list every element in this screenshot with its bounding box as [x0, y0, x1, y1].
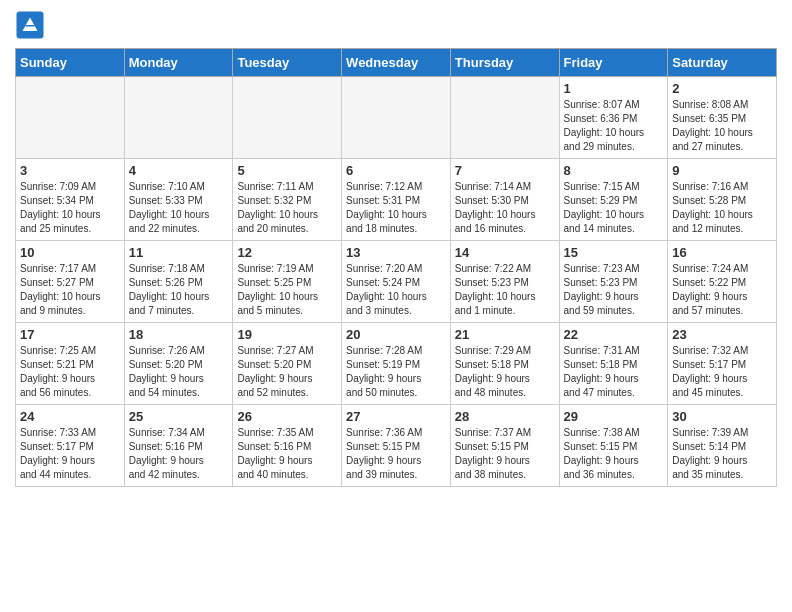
day-header-saturday: Saturday	[668, 49, 777, 77]
calendar-cell: 4Sunrise: 7:10 AM Sunset: 5:33 PM Daylig…	[124, 159, 233, 241]
day-info: Sunrise: 7:26 AM Sunset: 5:20 PM Dayligh…	[129, 344, 229, 400]
day-info: Sunrise: 8:07 AM Sunset: 6:36 PM Dayligh…	[564, 98, 664, 154]
day-info: Sunrise: 7:16 AM Sunset: 5:28 PM Dayligh…	[672, 180, 772, 236]
calendar-cell: 20Sunrise: 7:28 AM Sunset: 5:19 PM Dayli…	[342, 323, 451, 405]
day-info: Sunrise: 7:15 AM Sunset: 5:29 PM Dayligh…	[564, 180, 664, 236]
calendar-cell: 16Sunrise: 7:24 AM Sunset: 5:22 PM Dayli…	[668, 241, 777, 323]
day-info: Sunrise: 7:24 AM Sunset: 5:22 PM Dayligh…	[672, 262, 772, 318]
day-info: Sunrise: 7:11 AM Sunset: 5:32 PM Dayligh…	[237, 180, 337, 236]
day-number: 19	[237, 327, 337, 342]
calendar-cell: 8Sunrise: 7:15 AM Sunset: 5:29 PM Daylig…	[559, 159, 668, 241]
day-number: 18	[129, 327, 229, 342]
day-header-tuesday: Tuesday	[233, 49, 342, 77]
day-info: Sunrise: 7:34 AM Sunset: 5:16 PM Dayligh…	[129, 426, 229, 482]
day-info: Sunrise: 7:20 AM Sunset: 5:24 PM Dayligh…	[346, 262, 446, 318]
day-info: Sunrise: 7:32 AM Sunset: 5:17 PM Dayligh…	[672, 344, 772, 400]
day-info: Sunrise: 7:09 AM Sunset: 5:34 PM Dayligh…	[20, 180, 120, 236]
day-number: 27	[346, 409, 446, 424]
day-number: 3	[20, 163, 120, 178]
day-info: Sunrise: 7:18 AM Sunset: 5:26 PM Dayligh…	[129, 262, 229, 318]
day-number: 24	[20, 409, 120, 424]
day-info: Sunrise: 7:22 AM Sunset: 5:23 PM Dayligh…	[455, 262, 555, 318]
day-header-thursday: Thursday	[450, 49, 559, 77]
calendar-cell: 3Sunrise: 7:09 AM Sunset: 5:34 PM Daylig…	[16, 159, 125, 241]
day-number: 22	[564, 327, 664, 342]
calendar-cell: 14Sunrise: 7:22 AM Sunset: 5:23 PM Dayli…	[450, 241, 559, 323]
calendar-cell: 2Sunrise: 8:08 AM Sunset: 6:35 PM Daylig…	[668, 77, 777, 159]
day-number: 20	[346, 327, 446, 342]
calendar-cell: 10Sunrise: 7:17 AM Sunset: 5:27 PM Dayli…	[16, 241, 125, 323]
day-number: 23	[672, 327, 772, 342]
day-number: 11	[129, 245, 229, 260]
day-number: 26	[237, 409, 337, 424]
page-header	[15, 10, 777, 40]
day-header-sunday: Sunday	[16, 49, 125, 77]
day-number: 28	[455, 409, 555, 424]
day-number: 16	[672, 245, 772, 260]
calendar-cell: 25Sunrise: 7:34 AM Sunset: 5:16 PM Dayli…	[124, 405, 233, 487]
calendar-cell	[233, 77, 342, 159]
day-info: Sunrise: 7:10 AM Sunset: 5:33 PM Dayligh…	[129, 180, 229, 236]
day-number: 7	[455, 163, 555, 178]
day-info: Sunrise: 7:23 AM Sunset: 5:23 PM Dayligh…	[564, 262, 664, 318]
day-header-wednesday: Wednesday	[342, 49, 451, 77]
day-info: Sunrise: 7:39 AM Sunset: 5:14 PM Dayligh…	[672, 426, 772, 482]
day-number: 2	[672, 81, 772, 96]
day-info: Sunrise: 7:12 AM Sunset: 5:31 PM Dayligh…	[346, 180, 446, 236]
week-row-5: 24Sunrise: 7:33 AM Sunset: 5:17 PM Dayli…	[16, 405, 777, 487]
day-info: Sunrise: 7:28 AM Sunset: 5:19 PM Dayligh…	[346, 344, 446, 400]
day-number: 12	[237, 245, 337, 260]
calendar-cell: 13Sunrise: 7:20 AM Sunset: 5:24 PM Dayli…	[342, 241, 451, 323]
day-info: Sunrise: 8:08 AM Sunset: 6:35 PM Dayligh…	[672, 98, 772, 154]
calendar-cell: 28Sunrise: 7:37 AM Sunset: 5:15 PM Dayli…	[450, 405, 559, 487]
calendar-table: SundayMondayTuesdayWednesdayThursdayFrid…	[15, 48, 777, 487]
calendar-cell: 24Sunrise: 7:33 AM Sunset: 5:17 PM Dayli…	[16, 405, 125, 487]
day-info: Sunrise: 7:38 AM Sunset: 5:15 PM Dayligh…	[564, 426, 664, 482]
day-info: Sunrise: 7:25 AM Sunset: 5:21 PM Dayligh…	[20, 344, 120, 400]
calendar-cell: 12Sunrise: 7:19 AM Sunset: 5:25 PM Dayli…	[233, 241, 342, 323]
day-info: Sunrise: 7:31 AM Sunset: 5:18 PM Dayligh…	[564, 344, 664, 400]
calendar-cell: 17Sunrise: 7:25 AM Sunset: 5:21 PM Dayli…	[16, 323, 125, 405]
calendar-cell: 30Sunrise: 7:39 AM Sunset: 5:14 PM Dayli…	[668, 405, 777, 487]
calendar-cell: 23Sunrise: 7:32 AM Sunset: 5:17 PM Dayli…	[668, 323, 777, 405]
day-number: 4	[129, 163, 229, 178]
day-number: 9	[672, 163, 772, 178]
day-number: 5	[237, 163, 337, 178]
day-number: 10	[20, 245, 120, 260]
day-number: 21	[455, 327, 555, 342]
logo-icon	[15, 10, 45, 40]
day-number: 13	[346, 245, 446, 260]
calendar-cell: 22Sunrise: 7:31 AM Sunset: 5:18 PM Dayli…	[559, 323, 668, 405]
day-number: 25	[129, 409, 229, 424]
header-row: SundayMondayTuesdayWednesdayThursdayFrid…	[16, 49, 777, 77]
day-info: Sunrise: 7:37 AM Sunset: 5:15 PM Dayligh…	[455, 426, 555, 482]
day-info: Sunrise: 7:14 AM Sunset: 5:30 PM Dayligh…	[455, 180, 555, 236]
day-info: Sunrise: 7:33 AM Sunset: 5:17 PM Dayligh…	[20, 426, 120, 482]
day-header-monday: Monday	[124, 49, 233, 77]
calendar-cell: 21Sunrise: 7:29 AM Sunset: 5:18 PM Dayli…	[450, 323, 559, 405]
day-number: 30	[672, 409, 772, 424]
calendar-cell: 9Sunrise: 7:16 AM Sunset: 5:28 PM Daylig…	[668, 159, 777, 241]
week-row-2: 3Sunrise: 7:09 AM Sunset: 5:34 PM Daylig…	[16, 159, 777, 241]
day-number: 29	[564, 409, 664, 424]
day-number: 15	[564, 245, 664, 260]
calendar-cell	[16, 77, 125, 159]
calendar-cell: 7Sunrise: 7:14 AM Sunset: 5:30 PM Daylig…	[450, 159, 559, 241]
logo	[15, 10, 47, 40]
calendar-cell: 1Sunrise: 8:07 AM Sunset: 6:36 PM Daylig…	[559, 77, 668, 159]
day-number: 14	[455, 245, 555, 260]
calendar-cell: 27Sunrise: 7:36 AM Sunset: 5:15 PM Dayli…	[342, 405, 451, 487]
svg-rect-2	[26, 25, 35, 27]
week-row-3: 10Sunrise: 7:17 AM Sunset: 5:27 PM Dayli…	[16, 241, 777, 323]
calendar-cell	[450, 77, 559, 159]
calendar-cell	[124, 77, 233, 159]
day-info: Sunrise: 7:19 AM Sunset: 5:25 PM Dayligh…	[237, 262, 337, 318]
day-number: 1	[564, 81, 664, 96]
day-info: Sunrise: 7:35 AM Sunset: 5:16 PM Dayligh…	[237, 426, 337, 482]
week-row-4: 17Sunrise: 7:25 AM Sunset: 5:21 PM Dayli…	[16, 323, 777, 405]
day-number: 8	[564, 163, 664, 178]
calendar-cell: 5Sunrise: 7:11 AM Sunset: 5:32 PM Daylig…	[233, 159, 342, 241]
day-info: Sunrise: 7:17 AM Sunset: 5:27 PM Dayligh…	[20, 262, 120, 318]
calendar-cell: 26Sunrise: 7:35 AM Sunset: 5:16 PM Dayli…	[233, 405, 342, 487]
calendar-cell	[342, 77, 451, 159]
